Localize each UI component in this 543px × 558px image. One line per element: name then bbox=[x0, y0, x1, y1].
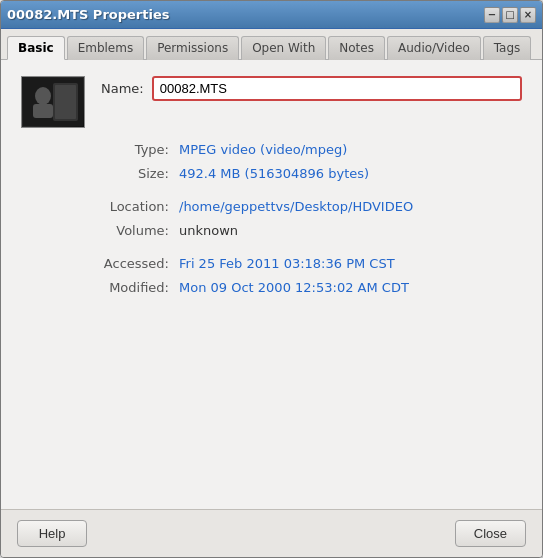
minimize-button[interactable]: − bbox=[484, 7, 500, 23]
thumbnail-svg bbox=[23, 78, 83, 126]
type-label: Type: bbox=[101, 140, 169, 160]
file-thumbnail bbox=[21, 76, 85, 128]
modified-label: Modified: bbox=[101, 278, 169, 298]
accessed-value: Fri 25 Feb 2011 03:18:36 PM CST bbox=[179, 254, 395, 274]
titlebar: 00082.MTS Properties − □ × bbox=[1, 1, 542, 29]
accessed-label: Accessed: bbox=[101, 254, 169, 274]
window-controls: − □ × bbox=[484, 7, 536, 23]
tab-open-with[interactable]: Open With bbox=[241, 36, 326, 60]
tab-content: Name: Type: MPEG video (video/mpeg) Size… bbox=[1, 60, 542, 509]
size-value: 492.4 MB (516304896 bytes) bbox=[179, 164, 369, 184]
svg-point-1 bbox=[35, 87, 51, 105]
volume-value: unknown bbox=[179, 221, 238, 241]
volume-row: Volume: unknown bbox=[101, 221, 522, 241]
file-header-row: Name: bbox=[21, 76, 522, 128]
size-row: Size: 492.4 MB (516304896 bytes) bbox=[101, 164, 522, 184]
location-row: Location: /home/geppettvs/Desktop/HDVIDE… bbox=[101, 197, 522, 217]
bottom-bar: Help Close bbox=[1, 509, 542, 557]
thumbnail-image bbox=[22, 77, 84, 127]
tab-basic[interactable]: Basic bbox=[7, 36, 65, 60]
accessed-row: Accessed: Fri 25 Feb 2011 03:18:36 PM CS… bbox=[101, 254, 522, 274]
close-button-footer[interactable]: Close bbox=[455, 520, 526, 547]
tab-notes[interactable]: Notes bbox=[328, 36, 385, 60]
svg-rect-4 bbox=[55, 85, 76, 119]
modified-row: Modified: Mon 09 Oct 2000 12:53:02 AM CD… bbox=[101, 278, 522, 298]
svg-rect-2 bbox=[33, 104, 53, 118]
type-row: Type: MPEG video (video/mpeg) bbox=[101, 140, 522, 160]
modified-value: Mon 09 Oct 2000 12:53:02 AM CDT bbox=[179, 278, 409, 298]
type-value: MPEG video (video/mpeg) bbox=[179, 140, 347, 160]
tab-tags[interactable]: Tags bbox=[483, 36, 532, 60]
location-value: /home/geppettvs/Desktop/HDVIDEO bbox=[179, 197, 413, 217]
tab-audio-video[interactable]: Audio/Video bbox=[387, 36, 481, 60]
tab-permissions[interactable]: Permissions bbox=[146, 36, 239, 60]
name-label: Name: bbox=[101, 81, 144, 96]
name-input[interactable] bbox=[152, 76, 522, 101]
maximize-button[interactable]: □ bbox=[502, 7, 518, 23]
size-label: Size: bbox=[101, 164, 169, 184]
properties-window: 00082.MTS Properties − □ × Basic Emblems… bbox=[0, 0, 543, 558]
window-title: 00082.MTS Properties bbox=[7, 7, 484, 22]
volume-label: Volume: bbox=[101, 221, 169, 241]
info-table: Type: MPEG video (video/mpeg) Size: 492.… bbox=[101, 140, 522, 297]
tabs-bar: Basic Emblems Permissions Open With Note… bbox=[1, 29, 542, 60]
close-button[interactable]: × bbox=[520, 7, 536, 23]
name-field-row: Name: bbox=[101, 76, 522, 101]
tab-emblems[interactable]: Emblems bbox=[67, 36, 145, 60]
location-label: Location: bbox=[101, 197, 169, 217]
help-button[interactable]: Help bbox=[17, 520, 87, 547]
